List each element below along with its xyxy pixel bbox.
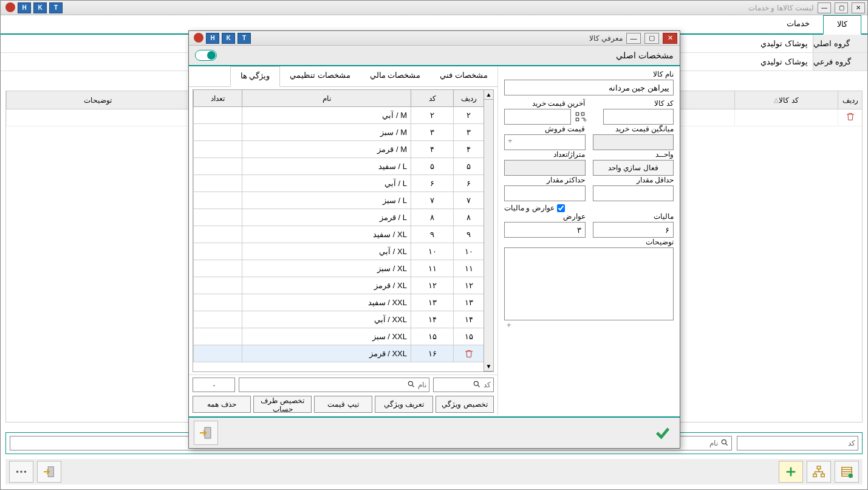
spec-row[interactable]: ۱۱۱۱XL / سبز xyxy=(193,260,484,277)
active-toggle[interactable] xyxy=(195,50,217,61)
tab-mali[interactable]: مشخصات مالي xyxy=(360,66,431,86)
search-icon xyxy=(473,380,481,390)
scroll-down-icon[interactable]: ▼ xyxy=(484,362,493,371)
spec-search-name-label: نام xyxy=(418,381,426,389)
min-input[interactable] xyxy=(593,185,674,201)
specs-scrollbar[interactable]: ▲ ▼ xyxy=(484,90,493,371)
spec-row[interactable]: ۱۰۱۰XL / آبي xyxy=(193,243,484,260)
tab-vijegi[interactable]: ويژگي ها xyxy=(230,66,281,87)
max-input[interactable] xyxy=(504,185,586,201)
name-label: نام کالا xyxy=(504,70,674,78)
modal-top-strip: مشخصات اصلي xyxy=(189,46,680,66)
code-input[interactable] xyxy=(603,109,674,125)
spec-row[interactable]: ۱۶XXL / قرمز xyxy=(193,345,484,362)
exit-main-button[interactable] xyxy=(37,461,61,483)
last-buy-input[interactable] xyxy=(504,109,571,125)
tax-input[interactable] xyxy=(593,222,674,238)
t-button[interactable]: T xyxy=(49,2,63,13)
spec-row[interactable]: ۳۳M / سبز xyxy=(193,124,484,141)
search-code-input[interactable] xyxy=(773,439,846,448)
avg-buy-label: ميانگين قيمت خريد xyxy=(593,125,674,133)
svg-point-8 xyxy=(24,471,27,473)
t-button-modal[interactable]: T xyxy=(238,33,251,44)
spec-row[interactable]: ۲۲M / آبي xyxy=(193,107,484,124)
spec-search-name-input[interactable] xyxy=(242,381,405,390)
sell-plus[interactable]: + xyxy=(508,136,513,145)
assign-feature-button[interactable]: تخصيص ويژگي xyxy=(436,396,494,413)
window-title: ليست كالاها و خدمات xyxy=(748,4,814,12)
confirm-button[interactable] xyxy=(651,421,675,445)
spec-tabs: مشخصات فني مشخصات مالي مشخصات تنظيمي ويژ… xyxy=(189,66,497,87)
col-radif[interactable]: رديف xyxy=(838,91,862,109)
col-desc[interactable]: توضيحات xyxy=(6,91,188,109)
tree-button[interactable] xyxy=(807,461,831,483)
tab-fani[interactable]: مشخصات فني xyxy=(430,66,497,86)
modal-minimize[interactable]: — xyxy=(626,33,641,44)
min-label: حداقل مقدار xyxy=(593,176,674,184)
svg-point-5 xyxy=(849,474,853,478)
max-label: حداکثر مقدار xyxy=(504,176,586,184)
search-code[interactable]: كد xyxy=(737,436,858,450)
add-button[interactable] xyxy=(779,461,803,483)
spec-row[interactable]: ۸۸L / قرمز xyxy=(193,209,484,226)
more-button[interactable] xyxy=(9,461,33,483)
spec-row[interactable]: ۷۷L / سبز xyxy=(193,192,484,209)
search-name-label: نام xyxy=(709,439,718,447)
spec-row[interactable]: ۱۲۱۲XL / قرمز xyxy=(193,277,484,294)
list-button[interactable] xyxy=(835,461,859,483)
last-buy-label: آخرين قيمت خريد xyxy=(504,99,586,108)
modal-close[interactable]: ✕ xyxy=(663,33,677,44)
specs-bottom: كد نام ۰ تخصيص ويژگي تعريف ويژگ xyxy=(189,374,497,415)
spec-row[interactable]: ۵۵L / سفيد xyxy=(193,158,484,175)
avarez-input[interactable] xyxy=(504,222,586,238)
spec-col-code[interactable]: كد xyxy=(411,90,453,106)
tab-kala[interactable]: کالا xyxy=(823,15,861,35)
trash-icon[interactable] xyxy=(464,349,474,359)
tax-checkbox-row[interactable]: عوارض و ماليات xyxy=(504,204,674,212)
k-button-modal[interactable]: K xyxy=(222,33,235,44)
spec-row[interactable]: ۹۹XL / سفيد xyxy=(193,226,484,243)
h-button-modal[interactable]: H xyxy=(206,33,219,44)
spec-row[interactable]: ۱۵۱۵XXL / سبز xyxy=(193,328,484,345)
metraj-label: متراژ/تعداد xyxy=(504,150,586,159)
search-icon xyxy=(407,380,415,390)
price-type-button[interactable]: تيپ قيمت xyxy=(314,396,372,413)
assign-account-button[interactable]: تخصيص طرف حساب xyxy=(253,396,312,413)
spec-col-name[interactable]: نام xyxy=(242,90,411,106)
trash-icon[interactable] xyxy=(846,112,855,123)
name-input[interactable] xyxy=(504,80,674,95)
spec-row[interactable]: ۴۴M / قرمز xyxy=(193,141,484,158)
spec-row[interactable]: ۱۴۱۴XXL / آبي xyxy=(193,311,484,328)
spec-qty-zero: ۰ xyxy=(212,381,216,390)
exit-modal-button[interactable] xyxy=(194,421,218,445)
record-icon xyxy=(194,33,203,43)
tab-tanzimi[interactable]: مشخصات تنظيمي xyxy=(280,66,360,86)
sell-price-input[interactable] xyxy=(504,134,586,150)
code-plus[interactable]: + xyxy=(581,116,588,125)
define-feature-button[interactable]: تعريف ويژگي xyxy=(375,396,433,413)
spec-row[interactable]: ۶۶L / آبي xyxy=(193,175,484,192)
spec-col-radif[interactable]: رديف xyxy=(453,90,484,106)
main-footer xyxy=(5,459,863,485)
minimize-button[interactable]: — xyxy=(818,2,831,13)
k-button[interactable]: K xyxy=(33,2,47,13)
delete-all-button[interactable]: حذف همه xyxy=(193,396,251,413)
h-button[interactable]: H xyxy=(18,2,31,13)
tax-checkbox[interactable] xyxy=(557,204,565,212)
modal-title: معرفي کالا xyxy=(589,34,623,43)
spec-col-qty[interactable]: تعداد xyxy=(193,90,242,106)
spec-search-code-input[interactable] xyxy=(446,381,470,390)
spec-row[interactable]: ۱۳۱۳XXL / سفيد xyxy=(193,294,484,311)
sub-group-label: گروه فرعي xyxy=(813,53,867,71)
tab-khadamat[interactable]: خدمات xyxy=(773,15,823,33)
modal-maximize[interactable]: ▢ xyxy=(644,33,659,44)
scroll-up-icon[interactable]: ▲ xyxy=(484,90,493,100)
unit-button[interactable]: فعال سازي واحد xyxy=(593,160,674,176)
close-button[interactable]: ✕ xyxy=(852,2,865,13)
desc-input[interactable] xyxy=(504,247,674,320)
desc-plus[interactable]: + xyxy=(504,320,674,330)
record-icon xyxy=(5,2,15,12)
search-icon xyxy=(720,438,729,449)
col-code[interactable]: كد کالا △ xyxy=(734,91,838,109)
maximize-button[interactable]: ▢ xyxy=(835,2,848,13)
